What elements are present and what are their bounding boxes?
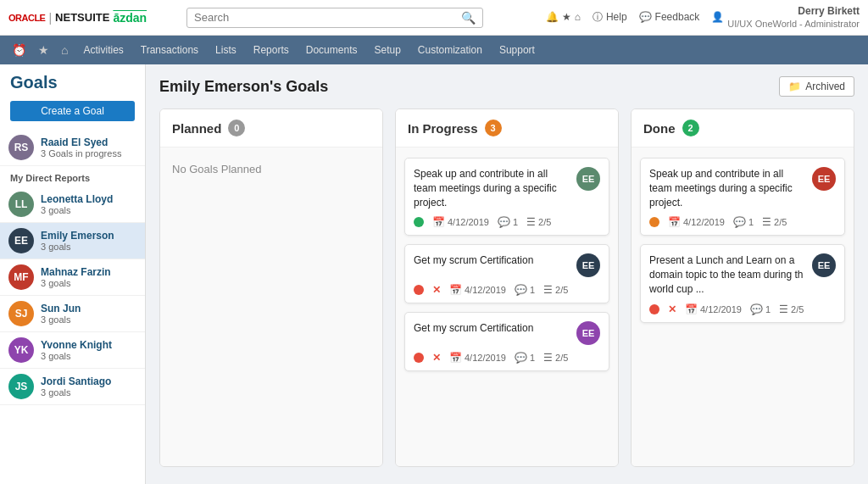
progress-icon: ☰ bbox=[779, 303, 788, 315]
home-nav-icon[interactable]: ⌂ bbox=[56, 40, 73, 60]
goal-comments: 1 bbox=[530, 353, 535, 363]
col-label: Done bbox=[643, 121, 676, 136]
goal-progress: 2/5 bbox=[774, 217, 787, 227]
search-input[interactable] bbox=[194, 11, 461, 24]
comments-meta: 💬 1 bbox=[515, 352, 535, 364]
nav-item-reports[interactable]: Reports bbox=[245, 39, 298, 61]
notifications-button[interactable]: 🔔 ★ ⌂ bbox=[546, 11, 581, 23]
clock-nav-icon[interactable]: ⏰ bbox=[7, 40, 31, 60]
progress-meta: ☰ 2/5 bbox=[526, 216, 551, 228]
user-role: UI/UX OneWorld - Administrator bbox=[727, 18, 860, 30]
help-button[interactable]: ⓘ Help bbox=[593, 10, 627, 25]
netsuite-logo: NETSUITE bbox=[55, 11, 109, 24]
kanban-col-header: Done 2 bbox=[632, 109, 854, 147]
person-goals: 3 goals bbox=[41, 387, 111, 398]
goal-card-meta: ✕ 📅 4/12/2019 💬 1 ☰ 2/5 bbox=[414, 284, 600, 296]
goal-progress: 2/5 bbox=[555, 353, 568, 363]
date-meta: 📅 4/12/2019 bbox=[685, 303, 742, 315]
col-label: Planned bbox=[172, 121, 221, 136]
direct-report-item[interactable]: MF Mahnaz Farzin 3 goals bbox=[0, 259, 145, 296]
goal-card-top: Present a Lunch and Learn on a domain to… bbox=[649, 253, 836, 296]
status-red-icon bbox=[414, 285, 424, 295]
archive-icon: 📁 bbox=[788, 81, 801, 92]
create-goal-button[interactable]: Create a Goal bbox=[10, 101, 135, 121]
logo-area: ORACLE | NETSUITE āzdan bbox=[8, 11, 178, 25]
calendar-icon: 📅 bbox=[668, 216, 681, 228]
status-red-icon bbox=[414, 353, 424, 363]
direct-report-item[interactable]: JS Jordi Santiago 3 goals bbox=[0, 369, 145, 405]
avatar: YK bbox=[8, 337, 34, 363]
content-header: Emily Emerson's Goals 📁 Archived bbox=[159, 76, 854, 97]
comment-icon: 💬 bbox=[750, 303, 763, 315]
nav-item-documents[interactable]: Documents bbox=[298, 39, 366, 61]
col-badge: 0 bbox=[228, 120, 245, 136]
nav-item-lists[interactable]: Lists bbox=[207, 39, 245, 61]
goal-card[interactable]: Get my scrum Certification EE ✕ 📅 4/12/2… bbox=[404, 312, 609, 371]
kanban-column-in_progress: In Progress 3 Speak up and contribute in… bbox=[395, 108, 619, 467]
avatar: SJ bbox=[8, 301, 34, 326]
comment-icon: 💬 bbox=[498, 216, 510, 228]
goal-avatar: EE bbox=[812, 253, 836, 277]
nav-item-support[interactable]: Support bbox=[491, 39, 543, 61]
direct-report-item[interactable]: YK Yvonne Knight 3 goals bbox=[0, 332, 145, 369]
user-menu[interactable]: 👤 Derry Birkett UI/UX OneWorld - Adminis… bbox=[711, 5, 860, 31]
person-info: Sun Jun 3 goals bbox=[41, 303, 81, 325]
person-name: Yvonne Knight bbox=[41, 339, 112, 351]
kanban-col-body: Speak up and contribute in all team meet… bbox=[396, 147, 618, 466]
search-icon[interactable]: 🔍 bbox=[461, 11, 476, 25]
content-area: Emily Emerson's Goals 📁 Archived Planned… bbox=[146, 64, 868, 484]
archived-button[interactable]: 📁 Archived bbox=[779, 76, 854, 97]
person-card-top[interactable]: RS Raaid El Syed 3 Goals in progress bbox=[0, 130, 145, 166]
direct-reports-list: LL Leonetta Lloyd 3 goals EE Emily Emers… bbox=[0, 186, 145, 405]
date-meta: 📅 4/12/2019 bbox=[449, 352, 506, 364]
sidebar-title: Goals bbox=[0, 64, 145, 97]
star-nav-icon[interactable]: ★ bbox=[33, 40, 54, 60]
goal-card[interactable]: Speak up and contribute in all team meet… bbox=[640, 158, 845, 236]
nav-item-activities[interactable]: Activities bbox=[75, 39, 131, 61]
search-box[interactable]: 🔍 bbox=[186, 8, 483, 28]
nav-item-setup[interactable]: Setup bbox=[365, 39, 409, 61]
archived-label: Archived bbox=[805, 81, 845, 92]
calendar-icon: 📅 bbox=[449, 352, 462, 364]
person-info: Raaid El Syed 3 Goals in progress bbox=[41, 136, 121, 159]
goal-date: 4/12/2019 bbox=[465, 285, 506, 295]
direct-report-item[interactable]: LL Leonetta Lloyd 3 goals bbox=[0, 186, 145, 223]
goal-card[interactable]: Speak up and contribute in all team meet… bbox=[404, 158, 609, 236]
person-goals: 3 goals bbox=[41, 205, 113, 215]
kanban-col-header: In Progress 3 bbox=[396, 109, 618, 147]
x-icon: ✕ bbox=[668, 303, 676, 315]
person-info: Leonetta Lloyd 3 goals bbox=[41, 193, 113, 215]
person-name: Emily Emerson bbox=[41, 230, 114, 242]
comments-meta: 💬 1 bbox=[515, 284, 535, 296]
progress-icon: ☰ bbox=[543, 284, 553, 296]
person-name: Raaid El Syed bbox=[41, 136, 121, 148]
progress-meta: ☰ 2/5 bbox=[543, 284, 568, 296]
goal-card-meta: 📅 4/12/2019 💬 1 ☰ 2/5 bbox=[649, 216, 836, 228]
goal-text: Get my scrum Certification bbox=[414, 321, 570, 336]
person-name: Jordi Santiago bbox=[41, 376, 111, 387]
avatar: LL bbox=[8, 192, 34, 217]
feedback-button[interactable]: 💬 Feedback bbox=[639, 11, 700, 23]
nav-items: ActivitiesTransactionsListsReportsDocume… bbox=[75, 39, 542, 61]
goal-card-top: Speak up and contribute in all team meet… bbox=[414, 167, 600, 209]
person-goals: 3 goals bbox=[41, 314, 81, 325]
main-layout: Goals Create a Goal RS Raaid El Syed 3 G… bbox=[0, 64, 868, 484]
nav-item-customization[interactable]: Customization bbox=[409, 39, 491, 61]
azdan-logo: āzdan bbox=[113, 11, 147, 25]
comments-meta: 💬 1 bbox=[498, 216, 518, 228]
person-name: Mahnaz Farzin bbox=[41, 266, 111, 278]
status-red-icon bbox=[649, 304, 659, 314]
goal-card[interactable]: Get my scrum Certification EE ✕ 📅 4/12/2… bbox=[404, 244, 609, 303]
nav-item-transactions[interactable]: Transactions bbox=[132, 39, 207, 61]
direct-report-item[interactable]: EE Emily Emerson 3 goals bbox=[0, 223, 145, 259]
no-goals-text: No Goals Planned bbox=[169, 158, 374, 181]
goal-card-meta: ✕ 📅 4/12/2019 💬 1 ☰ 2/5 bbox=[414, 352, 600, 364]
person-name: Sun Jun bbox=[41, 303, 81, 314]
bell-icon: 🔔 bbox=[546, 11, 559, 23]
status-green-icon bbox=[414, 217, 424, 227]
help-label: Help bbox=[606, 11, 627, 23]
direct-report-item[interactable]: SJ Sun Jun 3 goals bbox=[0, 296, 145, 332]
avatar: EE bbox=[8, 228, 34, 253]
avatar: MF bbox=[8, 264, 34, 290]
goal-card[interactable]: Present a Lunch and Learn on a domain to… bbox=[640, 244, 845, 322]
